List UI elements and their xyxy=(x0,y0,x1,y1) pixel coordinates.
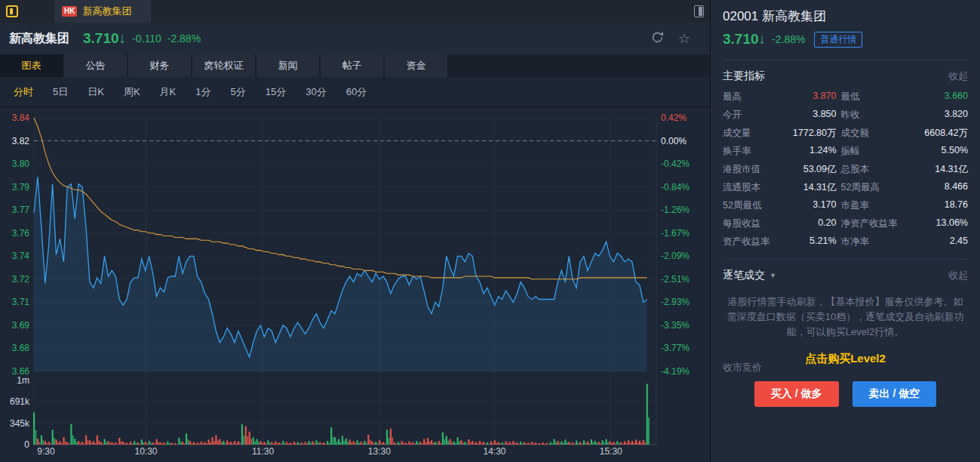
indicators-title: 主要指标 xyxy=(723,69,765,83)
intraday-chart-svg[interactable]: 9:3010:3011:3013:3014:3015:303.840.42%3.… xyxy=(0,107,710,462)
stock-document-tab[interactable]: HK 新高教集团 xyxy=(54,0,151,23)
period-15min[interactable]: 15分 xyxy=(266,85,286,99)
tab-chart[interactable]: 图表 xyxy=(0,54,63,77)
indicator-value: 8.466 xyxy=(918,181,969,194)
svg-text:9:30: 9:30 xyxy=(37,446,55,457)
tab-announcements[interactable]: 公告 xyxy=(64,54,127,77)
svg-text:-3.77%: -3.77% xyxy=(661,343,690,353)
chart-pane: HK 新高教集团 新高教集团 3.710↓ -0.110 -2.88% ☆ 图表… xyxy=(0,0,710,462)
intraday-chart[interactable]: 9:3010:3011:3013:3014:3015:303.840.42%3.… xyxy=(0,107,710,462)
indicator-value: 3.850 xyxy=(786,109,837,122)
svg-text:3.69: 3.69 xyxy=(12,320,30,331)
svg-text:345k: 345k xyxy=(10,418,30,429)
svg-text:3.76: 3.76 xyxy=(12,228,30,239)
indicator-label: 最高 xyxy=(723,91,782,103)
period-1min[interactable]: 1分 xyxy=(195,85,210,99)
stock-header: 新高教集团 3.710↓ -0.110 -2.88% ☆ xyxy=(0,23,710,54)
tick-trades-section-header: 逐笔成交 ▼ 收起 xyxy=(723,259,968,282)
down-arrow-icon: ↓ xyxy=(119,30,127,46)
period-daily[interactable]: 日K xyxy=(88,85,104,99)
indicator-label: 港股市值 xyxy=(723,163,782,176)
svg-text:0.42%: 0.42% xyxy=(661,112,687,123)
indicator-label: 换手率 xyxy=(723,145,782,158)
period-monthly[interactable]: 月K xyxy=(160,85,177,99)
indicator-value-high: 3.870 xyxy=(786,91,837,103)
indicator-label: 昨收 xyxy=(841,109,914,122)
indicator-value: 1772.80万 xyxy=(786,127,837,140)
indicator-value: 6608.42万 xyxy=(918,127,969,140)
svg-text:15:30: 15:30 xyxy=(600,446,622,457)
price-change: -0.110 xyxy=(132,32,161,45)
svg-text:13:30: 13:30 xyxy=(368,446,391,457)
tab-warrants[interactable]: 窝轮权证 xyxy=(192,54,255,77)
tab-capital[interactable]: 资金 xyxy=(385,54,447,77)
tab-posts[interactable]: 帖子 xyxy=(321,54,383,77)
svg-text:14:30: 14:30 xyxy=(483,446,505,457)
quote-level-badge[interactable]: 普通行情 xyxy=(814,32,862,48)
closing-auction-label: 收市竞价 xyxy=(723,361,762,374)
chevron-down-icon[interactable]: ▼ xyxy=(770,272,776,279)
svg-text:3.68: 3.68 xyxy=(12,343,30,353)
svg-text:-3.35%: -3.35% xyxy=(661,320,690,331)
period-60min[interactable]: 60分 xyxy=(346,85,367,99)
tab-news[interactable]: 新闻 xyxy=(257,54,319,77)
stock-name: 新高教集团 xyxy=(9,31,69,47)
svg-text:-1.26%: -1.26% xyxy=(661,205,690,215)
indicator-label: 成交量 xyxy=(723,127,782,140)
chart-period-tabs: 分时 5日 日K 周K 月K 1分 5分 15分 30分 60分 xyxy=(0,77,710,107)
svg-text:3.71: 3.71 xyxy=(12,297,30,307)
svg-text:10:30: 10:30 xyxy=(134,446,157,457)
indicator-label: 52周最低 xyxy=(723,199,782,212)
collapse-indicators-link[interactable]: 收起 xyxy=(948,69,968,83)
period-5min[interactable]: 5分 xyxy=(230,85,245,99)
indicator-value-low: 3.660 xyxy=(918,91,969,103)
svg-text:3.82: 3.82 xyxy=(12,136,30,146)
stock-code-title: 02001 新高教集团 xyxy=(723,8,968,25)
svg-text:-2.93%: -2.93% xyxy=(661,297,690,307)
period-30min[interactable]: 30分 xyxy=(306,85,326,99)
svg-text:-2.09%: -2.09% xyxy=(661,251,690,261)
sell-short-button[interactable]: 卖出 / 做空 xyxy=(853,381,937,407)
indicator-value: 3.820 xyxy=(918,109,969,122)
svg-text:-4.19%: -4.19% xyxy=(661,366,690,377)
indicator-label: 成交额 xyxy=(841,127,914,140)
indicator-label: 总股本 xyxy=(841,163,914,176)
collapse-right-panel-icon[interactable] xyxy=(694,5,704,17)
period-5day[interactable]: 5日 xyxy=(53,85,68,99)
indicator-value: 0.20 xyxy=(786,217,837,230)
indicator-label: 振幅 xyxy=(841,145,914,158)
svg-text:11:30: 11:30 xyxy=(252,446,274,457)
svg-text:3.77: 3.77 xyxy=(12,205,30,215)
app-panel-icon[interactable] xyxy=(6,5,18,17)
indicator-label: 今开 xyxy=(723,109,782,122)
svg-text:3.74: 3.74 xyxy=(12,251,30,261)
svg-text:-2.51%: -2.51% xyxy=(661,274,690,285)
tab-financials[interactable]: 财务 xyxy=(128,54,191,77)
indicator-label: 市盈率 xyxy=(841,199,914,212)
svg-text:3.84: 3.84 xyxy=(12,112,30,123)
svg-text:1m: 1m xyxy=(17,375,29,386)
buy-long-button[interactable]: 买入 / 做多 xyxy=(754,381,839,407)
refresh-icon[interactable] xyxy=(650,30,665,47)
stock-tab-label: 新高教集团 xyxy=(82,5,131,18)
indicator-value: 14.31亿 xyxy=(786,181,837,194)
indicator-label: 52周最高 xyxy=(841,181,914,194)
indicator-value: 3.170 xyxy=(786,199,837,212)
svg-text:3.72: 3.72 xyxy=(12,274,30,285)
favorite-star-icon[interactable]: ☆ xyxy=(678,32,690,45)
indicators-grid: 最高3.870 最低3.660 今开3.850 昨收3.820 成交量1772.… xyxy=(723,91,968,248)
last-price: 3.710↓ xyxy=(83,30,126,47)
svg-text:3.79: 3.79 xyxy=(12,182,30,192)
indicator-value: 13.06% xyxy=(918,217,969,230)
svg-text:0.00%: 0.00% xyxy=(661,136,687,146)
window-tab-bar: HK 新高教集团 xyxy=(0,0,710,23)
svg-text:691k: 691k xyxy=(10,396,30,407)
svg-text:0: 0 xyxy=(24,439,29,450)
indicator-value: 18.76 xyxy=(918,199,969,212)
panel-last-price: 3.710↓ xyxy=(723,31,766,48)
collapse-ticks-link[interactable]: 收起 xyxy=(948,269,968,282)
indicator-label: 流通股本 xyxy=(723,181,782,194)
period-intraday[interactable]: 分时 xyxy=(14,85,33,99)
tick-trades-title[interactable]: 逐笔成交 xyxy=(723,269,765,282)
period-weekly[interactable]: 周K xyxy=(124,85,140,99)
